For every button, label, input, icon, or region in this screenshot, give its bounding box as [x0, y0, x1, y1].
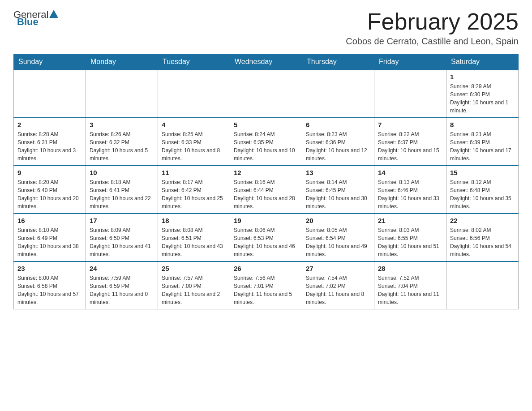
calendar-cell: 15Sunrise: 8:12 AMSunset: 6:48 PMDayligh… — [446, 166, 519, 214]
day-info: Sunrise: 8:18 AMSunset: 6:41 PMDaylight:… — [90, 178, 154, 210]
day-info: Sunrise: 8:28 AMSunset: 6:31 PMDaylight:… — [17, 130, 82, 163]
calendar-cell: 4Sunrise: 8:25 AMSunset: 6:33 PMDaylight… — [158, 118, 230, 166]
calendar-cell: 3Sunrise: 8:26 AMSunset: 6:32 PMDaylight… — [86, 118, 158, 166]
week-row-3: 9Sunrise: 8:20 AMSunset: 6:40 PMDaylight… — [14, 166, 519, 214]
day-info: Sunrise: 7:54 AMSunset: 7:02 PMDaylight:… — [306, 274, 370, 306]
calendar-cell: 6Sunrise: 8:23 AMSunset: 6:36 PMDaylight… — [302, 118, 374, 166]
calendar-cell: 28Sunrise: 7:52 AMSunset: 7:04 PMDayligh… — [374, 261, 446, 309]
day-number: 22 — [450, 217, 515, 224]
title-block: February 2025 Cobos de Cerrato, Castille… — [346, 9, 519, 47]
day-number: 4 — [162, 121, 226, 128]
week-row-1: 1Sunrise: 8:29 AMSunset: 6:30 PMDaylight… — [14, 70, 519, 118]
day-number: 23 — [17, 265, 82, 272]
day-number: 2 — [17, 121, 82, 128]
week-row-2: 2Sunrise: 8:28 AMSunset: 6:31 PMDaylight… — [14, 118, 519, 166]
day-number: 25 — [162, 265, 226, 272]
calendar-cell: 26Sunrise: 7:56 AMSunset: 7:01 PMDayligh… — [230, 261, 302, 309]
day-number: 17 — [90, 217, 154, 224]
day-number: 19 — [234, 217, 298, 224]
day-number: 12 — [234, 169, 298, 176]
logo-blue-text: Blue — [17, 16, 39, 28]
calendar-cell: 8Sunrise: 8:21 AMSunset: 6:39 PMDaylight… — [446, 118, 519, 166]
day-info: Sunrise: 7:59 AMSunset: 6:59 PMDaylight:… — [90, 274, 154, 306]
calendar-cell: 5Sunrise: 8:24 AMSunset: 6:35 PMDaylight… — [230, 118, 302, 166]
day-info: Sunrise: 8:24 AMSunset: 6:35 PMDaylight:… — [234, 130, 298, 163]
day-header-tuesday: Tuesday — [158, 54, 230, 70]
calendar-cell: 2Sunrise: 8:28 AMSunset: 6:31 PMDaylight… — [14, 118, 86, 166]
calendar-cell: 1Sunrise: 8:29 AMSunset: 6:30 PMDaylight… — [446, 70, 519, 118]
day-header-monday: Monday — [86, 54, 158, 70]
day-info: Sunrise: 8:16 AMSunset: 6:44 PMDaylight:… — [234, 178, 298, 210]
calendar-cell: 12Sunrise: 8:16 AMSunset: 6:44 PMDayligh… — [230, 166, 302, 214]
calendar-header-row: SundayMondayTuesdayWednesdayThursdayFrid… — [14, 54, 519, 70]
page-header: General Blue February 2025 Cobos de Cerr… — [13, 9, 519, 47]
calendar-cell: 21Sunrise: 8:03 AMSunset: 6:55 PMDayligh… — [374, 214, 446, 261]
day-number: 14 — [378, 169, 442, 176]
day-number: 3 — [90, 121, 154, 128]
day-info: Sunrise: 8:25 AMSunset: 6:33 PMDaylight:… — [162, 130, 226, 163]
day-number: 10 — [90, 169, 154, 176]
day-info: Sunrise: 8:00 AMSunset: 6:58 PMDaylight:… — [17, 274, 82, 306]
logo-triangle-icon — [49, 10, 58, 18]
day-number: 15 — [450, 169, 515, 176]
day-info: Sunrise: 7:57 AMSunset: 7:00 PMDaylight:… — [162, 274, 226, 306]
calendar-cell: 17Sunrise: 8:09 AMSunset: 6:50 PMDayligh… — [86, 214, 158, 261]
day-info: Sunrise: 8:29 AMSunset: 6:30 PMDaylight:… — [450, 82, 515, 115]
day-info: Sunrise: 8:23 AMSunset: 6:36 PMDaylight:… — [306, 130, 370, 163]
day-info: Sunrise: 8:14 AMSunset: 6:45 PMDaylight:… — [306, 178, 370, 210]
day-number: 24 — [90, 265, 154, 272]
day-info: Sunrise: 8:03 AMSunset: 6:55 PMDaylight:… — [378, 226, 442, 258]
day-info: Sunrise: 7:52 AMSunset: 7:04 PMDaylight:… — [378, 274, 442, 306]
location-text: Cobos de Cerrato, Castille and Leon, Spa… — [346, 36, 519, 47]
day-info: Sunrise: 8:13 AMSunset: 6:46 PMDaylight:… — [378, 178, 442, 210]
day-info: Sunrise: 8:09 AMSunset: 6:50 PMDaylight:… — [90, 226, 154, 258]
day-header-wednesday: Wednesday — [230, 54, 302, 70]
day-number: 11 — [162, 169, 226, 176]
day-number: 26 — [234, 265, 298, 272]
day-number: 28 — [378, 265, 442, 272]
month-title: February 2025 — [346, 9, 519, 34]
day-info: Sunrise: 8:08 AMSunset: 6:51 PMDaylight:… — [162, 226, 226, 258]
day-info: Sunrise: 8:06 AMSunset: 6:53 PMDaylight:… — [234, 226, 298, 258]
day-info: Sunrise: 8:17 AMSunset: 6:42 PMDaylight:… — [162, 178, 226, 210]
calendar-cell: 11Sunrise: 8:17 AMSunset: 6:42 PMDayligh… — [158, 166, 230, 214]
calendar-cell: 10Sunrise: 8:18 AMSunset: 6:41 PMDayligh… — [86, 166, 158, 214]
calendar-cell: 20Sunrise: 8:05 AMSunset: 6:54 PMDayligh… — [302, 214, 374, 261]
day-number: 27 — [306, 265, 370, 272]
day-info: Sunrise: 8:12 AMSunset: 6:48 PMDaylight:… — [450, 178, 515, 210]
calendar-cell — [446, 261, 519, 309]
calendar-cell: 7Sunrise: 8:22 AMSunset: 6:37 PMDaylight… — [374, 118, 446, 166]
day-number: 9 — [17, 169, 82, 176]
calendar-cell: 25Sunrise: 7:57 AMSunset: 7:00 PMDayligh… — [158, 261, 230, 309]
day-info: Sunrise: 8:20 AMSunset: 6:40 PMDaylight:… — [17, 178, 82, 210]
day-header-saturday: Saturday — [446, 54, 519, 70]
calendar-cell: 24Sunrise: 7:59 AMSunset: 6:59 PMDayligh… — [86, 261, 158, 309]
calendar-cell: 14Sunrise: 8:13 AMSunset: 6:46 PMDayligh… — [374, 166, 446, 214]
logo: General Blue — [13, 9, 59, 28]
day-number: 20 — [306, 217, 370, 224]
calendar-cell — [230, 70, 302, 118]
day-number: 6 — [306, 121, 370, 128]
calendar-table: SundayMondayTuesdayWednesdayThursdayFrid… — [13, 54, 519, 309]
day-info: Sunrise: 8:21 AMSunset: 6:39 PMDaylight:… — [450, 130, 515, 163]
day-number: 7 — [378, 121, 442, 128]
day-info: Sunrise: 8:10 AMSunset: 6:49 PMDaylight:… — [17, 226, 82, 258]
calendar-cell: 22Sunrise: 8:02 AMSunset: 6:56 PMDayligh… — [446, 214, 519, 261]
day-number: 13 — [306, 169, 370, 176]
week-row-4: 16Sunrise: 8:10 AMSunset: 6:49 PMDayligh… — [14, 214, 519, 261]
calendar-cell: 16Sunrise: 8:10 AMSunset: 6:49 PMDayligh… — [14, 214, 86, 261]
day-info: Sunrise: 8:26 AMSunset: 6:32 PMDaylight:… — [90, 130, 154, 163]
calendar-cell — [14, 70, 86, 118]
calendar-cell: 9Sunrise: 8:20 AMSunset: 6:40 PMDaylight… — [14, 166, 86, 214]
week-row-5: 23Sunrise: 8:00 AMSunset: 6:58 PMDayligh… — [14, 261, 519, 309]
day-number: 8 — [450, 121, 515, 128]
calendar-cell: 13Sunrise: 8:14 AMSunset: 6:45 PMDayligh… — [302, 166, 374, 214]
day-number: 21 — [378, 217, 442, 224]
day-number: 5 — [234, 121, 298, 128]
calendar-cell: 23Sunrise: 8:00 AMSunset: 6:58 PMDayligh… — [14, 261, 86, 309]
calendar-cell — [302, 70, 374, 118]
day-header-friday: Friday — [374, 54, 446, 70]
calendar-cell — [158, 70, 230, 118]
calendar-cell: 27Sunrise: 7:54 AMSunset: 7:02 PMDayligh… — [302, 261, 374, 309]
day-number: 1 — [450, 73, 515, 81]
